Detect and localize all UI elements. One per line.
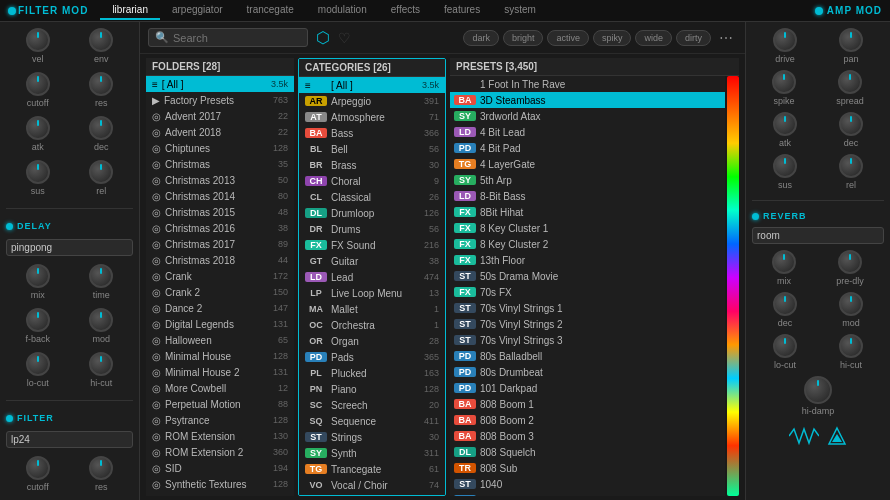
right-sus-knob[interactable] (773, 154, 797, 178)
preset-item[interactable]: BA3D Steambass (450, 92, 725, 108)
category-item[interactable]: WWWoodwinds17 (299, 493, 445, 495)
preset-item[interactable]: BA808 Boom 1 (450, 396, 725, 412)
tab-effects[interactable]: effects (379, 1, 432, 20)
preset-item[interactable]: FX13th Floor (450, 252, 725, 268)
preset-item[interactable]: TR808 Sub (450, 460, 725, 476)
tab-features[interactable]: features (432, 1, 492, 20)
spread-knob[interactable] (838, 70, 862, 94)
category-item[interactable]: SCScreech20 (299, 397, 445, 413)
folder-item[interactable]: ◎Minimal House128 (146, 348, 294, 364)
right-rel-knob[interactable] (839, 154, 863, 178)
category-item[interactable]: PNPiano128 (299, 381, 445, 397)
category-item[interactable]: BLBell56 (299, 141, 445, 157)
folder-item[interactable]: ◎ROM Extension130 (146, 428, 294, 444)
fback-knob[interactable] (26, 308, 50, 332)
drive-knob[interactable] (773, 28, 797, 52)
preset-item[interactable]: PD4 Bit Pad (450, 140, 725, 156)
folder-item[interactable]: ≡[ All ]3.5k (146, 76, 294, 92)
vel-knob[interactable] (26, 28, 50, 52)
category-item[interactable]: ATAtmosphere71 (299, 109, 445, 125)
folder-item[interactable]: ◎Christmas 201638 (146, 220, 294, 236)
category-item[interactable]: PDPads365 (299, 349, 445, 365)
preset-item[interactable]: PD80s Balladbell (450, 348, 725, 364)
category-item[interactable]: SYSynth311 (299, 445, 445, 461)
delay-mod-knob[interactable] (89, 308, 113, 332)
tag-dark[interactable]: dark (463, 30, 499, 46)
tag-wide[interactable]: wide (635, 30, 672, 46)
tag-bright[interactable]: bright (503, 30, 544, 46)
atk-knob[interactable] (26, 116, 50, 140)
tab-trancegate[interactable]: trancegate (235, 1, 306, 20)
filter-mod-power[interactable] (8, 7, 16, 15)
right-dec-knob[interactable] (839, 112, 863, 136)
more-tags-button[interactable]: ⋯ (715, 30, 737, 46)
folder-item[interactable]: ◎Halloween65 (146, 332, 294, 348)
folder-item[interactable]: ◎More Cowbell12 (146, 380, 294, 396)
category-item[interactable]: OROrgan28 (299, 333, 445, 349)
preset-item[interactable]: PD80s Drumbeat (450, 364, 725, 380)
category-item[interactable]: TGTrancegate61 (299, 461, 445, 477)
spike-knob[interactable] (772, 70, 796, 94)
env-knob[interactable] (89, 28, 113, 52)
category-item[interactable]: MAMallet1 (299, 301, 445, 317)
filter-cutoff-knob[interactable] (26, 456, 50, 480)
categories-list[interactable]: ≡[ All ]3.5kARArpeggio391ATAtmosphere71B… (299, 77, 445, 495)
reverb-hicut-knob[interactable] (839, 334, 863, 358)
preset-item[interactable]: ST1040 (450, 476, 725, 492)
tab-arpeggiator[interactable]: arpeggiator (160, 1, 235, 20)
preset-item[interactable]: PD101 Darkpad (450, 380, 725, 396)
reverb-mod-knob[interactable] (839, 292, 863, 316)
category-item[interactable]: STStrings30 (299, 429, 445, 445)
preset-item[interactable]: ST50s Drama Movie (450, 268, 725, 284)
category-item[interactable]: ≡[ All ]3.5k (299, 77, 445, 93)
hicut-knob[interactable] (89, 352, 113, 376)
search-input[interactable] (173, 32, 293, 44)
tag-spiky[interactable]: spiky (593, 30, 632, 46)
folder-item[interactable]: ◎Christmas 201548 (146, 204, 294, 220)
category-item[interactable]: BRBrass30 (299, 157, 445, 173)
preset-item[interactable]: ST70s Vinyl Strings 3 (450, 332, 725, 348)
folder-item[interactable]: ◎Christmas 201480 (146, 188, 294, 204)
folder-item[interactable]: ◎Advent 201722 (146, 108, 294, 124)
amp-mod-power[interactable] (815, 7, 823, 15)
tag-dirty[interactable]: dirty (676, 30, 711, 46)
preset-item[interactable]: FX8 Key Cluster 1 (450, 220, 725, 236)
folder-item[interactable]: ◎Perpetual Motion88 (146, 396, 294, 412)
preset-item[interactable]: ST70s Vinyl Strings 1 (450, 300, 725, 316)
preset-item[interactable]: BA808 Boom 3 (450, 428, 725, 444)
rel-knob[interactable] (89, 160, 113, 184)
preset-item[interactable]: SY3rdworld Atax (450, 108, 725, 124)
delay-mix-knob[interactable] (26, 264, 50, 288)
reverb-locut-knob[interactable] (773, 334, 797, 358)
category-item[interactable]: DLDrumloop126 (299, 205, 445, 221)
preset-item[interactable]: 1 Foot In The Rave (450, 76, 725, 92)
reverb-dec-knob[interactable] (773, 292, 797, 316)
category-item[interactable]: LPLive Loop Menu13 (299, 285, 445, 301)
folder-item[interactable]: ◎SID194 (146, 460, 294, 476)
preset-item[interactable]: LD8-Bit Bass (450, 188, 725, 204)
folder-item[interactable]: ◎Dance 2147 (146, 300, 294, 316)
category-item[interactable]: LDLead474 (299, 269, 445, 285)
folder-item[interactable]: ◎Christmas35 (146, 156, 294, 172)
folder-item[interactable]: ◎Christmas 201844 (146, 252, 294, 268)
folder-item[interactable]: ◎Advent 201822 (146, 124, 294, 140)
category-item[interactable]: OCOrchestra1 (299, 317, 445, 333)
cutoff-knob[interactable] (26, 72, 50, 96)
preset-item[interactable]: DL808 Squelch (450, 444, 725, 460)
delay-select[interactable]: pingpong (6, 239, 133, 256)
folder-item[interactable]: ◎Christmas 201350 (146, 172, 294, 188)
tab-modulation[interactable]: modulation (306, 1, 379, 20)
preset-item[interactable]: ST70s Vinyl Strings 2 (450, 316, 725, 332)
tab-librarian[interactable]: librarian (100, 1, 160, 20)
filter-power[interactable] (6, 415, 13, 422)
preset-item[interactable]: FX8 Key Cluster 2 (450, 236, 725, 252)
hidamp-knob[interactable] (804, 376, 832, 404)
search-input-wrap[interactable]: 🔍 (148, 28, 308, 47)
predly-knob[interactable] (838, 250, 862, 274)
folder-item[interactable]: ◎Minimal House 2131 (146, 364, 294, 380)
preset-item[interactable]: PD8000 Pad 1 (450, 492, 725, 496)
folder-item[interactable]: ◎Christmas 201789 (146, 236, 294, 252)
reverb-power[interactable] (752, 213, 759, 220)
tab-system[interactable]: system (492, 1, 548, 20)
category-item[interactable]: PLPlucked163 (299, 365, 445, 381)
